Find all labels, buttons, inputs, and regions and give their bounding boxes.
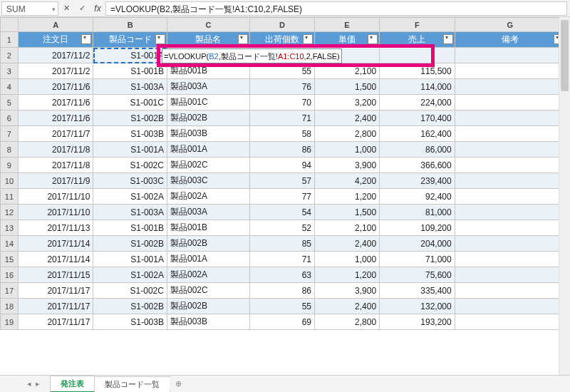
cell-A15[interactable]: 2017/11/14 xyxy=(18,252,93,267)
filter-icon[interactable] xyxy=(155,34,165,44)
cell-G14[interactable] xyxy=(455,236,565,252)
cell-G7[interactable] xyxy=(455,126,565,142)
cell-D14[interactable]: 85 xyxy=(249,236,314,252)
cell-B18[interactable]: S1-002B xyxy=(93,299,167,314)
cell-D3[interactable]: 55 xyxy=(249,63,314,79)
cell-B12[interactable]: S1-003A xyxy=(93,205,167,220)
cell-E4[interactable]: 1,500 xyxy=(314,79,379,95)
accept-formula-icon[interactable]: ✓ xyxy=(74,1,90,16)
spreadsheet-grid[interactable]: ABCDEFG 1注文日製品コード製品名出荷個数単価売上備考 22017/11/… xyxy=(0,17,570,330)
row-head[interactable]: 10 xyxy=(1,173,19,189)
row-head[interactable]: 2 xyxy=(1,48,19,63)
cell-C18[interactable]: 製品002B xyxy=(167,299,249,314)
cell-C3[interactable]: 製品001B xyxy=(167,63,249,79)
cell-F4[interactable]: 114,000 xyxy=(380,79,455,95)
cell-F15[interactable]: 71,000 xyxy=(380,252,455,267)
row-head[interactable]: 3 xyxy=(1,63,19,79)
cell-A3[interactable]: 2017/11/2 xyxy=(18,63,93,79)
header-cell[interactable]: 売上 xyxy=(380,32,455,48)
row-head[interactable]: 5 xyxy=(1,95,19,110)
cell-A13[interactable]: 2017/11/13 xyxy=(18,220,93,236)
cell-A7[interactable]: 2017/11/7 xyxy=(18,126,93,142)
cell-B17[interactable]: S1-002C xyxy=(93,283,167,299)
row-head[interactable]: 12 xyxy=(1,205,19,220)
cell-B10[interactable]: S1-003C xyxy=(93,173,167,189)
tab-add[interactable]: ⊕ xyxy=(170,377,187,391)
cell-F6[interactable]: 170,400 xyxy=(380,110,455,126)
cell-D6[interactable]: 71 xyxy=(249,110,314,126)
cell-F5[interactable]: 224,000 xyxy=(380,95,455,110)
cell-D11[interactable]: 77 xyxy=(249,189,314,205)
cell-A5[interactable]: 2017/11/6 xyxy=(18,95,93,110)
cell-B19[interactable]: S1-003B xyxy=(93,314,167,330)
cell-G12[interactable] xyxy=(455,205,565,220)
cell-C7[interactable]: 製品003B xyxy=(167,126,249,142)
header-cell[interactable]: 製品名 xyxy=(167,32,249,48)
cell-D17[interactable]: 86 xyxy=(249,283,314,299)
col-head-C[interactable]: C xyxy=(167,18,249,32)
editing-cell-formula[interactable]: =VLOOKUP(B2,製品コード一覧!A1:C10,2,FALSE) xyxy=(162,48,342,63)
cell-B13[interactable]: S1-001B xyxy=(93,220,167,236)
cell-E12[interactable]: 1,500 xyxy=(314,205,379,220)
cell-B4[interactable]: S1-003A xyxy=(93,79,167,95)
row-head[interactable]: 8 xyxy=(1,142,19,158)
cell-D19[interactable]: 69 xyxy=(249,314,314,330)
tab-active[interactable]: 発注表 xyxy=(50,376,95,393)
cell-F18[interactable]: 132,000 xyxy=(380,299,455,314)
col-head-D[interactable]: D xyxy=(249,18,314,32)
cell-A12[interactable]: 2017/11/10 xyxy=(18,205,93,220)
cell-E19[interactable]: 2,800 xyxy=(314,314,379,330)
cell-E13[interactable]: 2,100 xyxy=(314,220,379,236)
row-head[interactable]: 1 xyxy=(1,32,19,48)
cell-G19[interactable] xyxy=(455,314,565,330)
cell-F11[interactable]: 92,400 xyxy=(380,189,455,205)
cell-E15[interactable]: 1,000 xyxy=(314,252,379,267)
cell-A4[interactable]: 2017/11/6 xyxy=(18,79,93,95)
name-box-dropdown-icon[interactable]: ▾ xyxy=(52,2,58,16)
row-head[interactable]: 14 xyxy=(1,236,19,252)
col-head-E[interactable]: E xyxy=(314,18,379,32)
cell-F17[interactable]: 335,400 xyxy=(380,283,455,299)
cell-D9[interactable]: 94 xyxy=(249,158,314,173)
cell-F19[interactable]: 193,200 xyxy=(380,314,455,330)
cell-D12[interactable]: 54 xyxy=(249,205,314,220)
cell-D8[interactable]: 86 xyxy=(249,142,314,158)
cell-E9[interactable]: 3,900 xyxy=(314,158,379,173)
cell-C6[interactable]: 製品002B xyxy=(167,110,249,126)
cell-E16[interactable]: 1,200 xyxy=(314,267,379,283)
cell-F16[interactable]: 75,600 xyxy=(380,267,455,283)
cell-E7[interactable]: 2,800 xyxy=(314,126,379,142)
cell-F3[interactable]: 115,500 xyxy=(380,63,455,79)
cell-A10[interactable]: 2017/11/9 xyxy=(18,173,93,189)
row-head[interactable]: 7 xyxy=(1,126,19,142)
filter-icon[interactable] xyxy=(443,34,453,44)
cell-F14[interactable]: 204,000 xyxy=(380,236,455,252)
cell-D18[interactable]: 55 xyxy=(249,299,314,314)
header-cell[interactable]: 出荷個数 xyxy=(249,32,314,48)
cell-C4[interactable]: 製品003A xyxy=(167,79,249,95)
cell-B15[interactable]: S1-001A xyxy=(93,252,167,267)
header-cell[interactable]: 単価 xyxy=(314,32,379,48)
cell-D13[interactable]: 52 xyxy=(249,220,314,236)
cell-G15[interactable] xyxy=(455,252,565,267)
cell-C12[interactable]: 製品003A xyxy=(167,205,249,220)
cell-D5[interactable]: 70 xyxy=(249,95,314,110)
cell-D15[interactable]: 71 xyxy=(249,252,314,267)
cell-B9[interactable]: S1-002C xyxy=(93,158,167,173)
cell-A17[interactable]: 2017/11/17 xyxy=(18,283,93,299)
cell-A11[interactable]: 2017/11/10 xyxy=(18,189,93,205)
cell-G3[interactable] xyxy=(455,63,565,79)
cell-E6[interactable]: 2,400 xyxy=(314,110,379,126)
cell-G8[interactable] xyxy=(455,142,565,158)
cancel-formula-icon[interactable]: ✕ xyxy=(58,1,74,16)
scroll-thumb[interactable] xyxy=(561,20,569,91)
cell-C14[interactable]: 製品002B xyxy=(167,236,249,252)
cell-A16[interactable]: 2017/11/15 xyxy=(18,267,93,283)
row-head[interactable]: 18 xyxy=(1,299,19,314)
cell-C19[interactable]: 製品003B xyxy=(167,314,249,330)
cell-F12[interactable]: 81,000 xyxy=(380,205,455,220)
row-head[interactable]: 6 xyxy=(1,110,19,126)
row-head[interactable]: 11 xyxy=(1,189,19,205)
cell-C11[interactable]: 製品002A xyxy=(167,189,249,205)
cell-E17[interactable]: 3,900 xyxy=(314,283,379,299)
